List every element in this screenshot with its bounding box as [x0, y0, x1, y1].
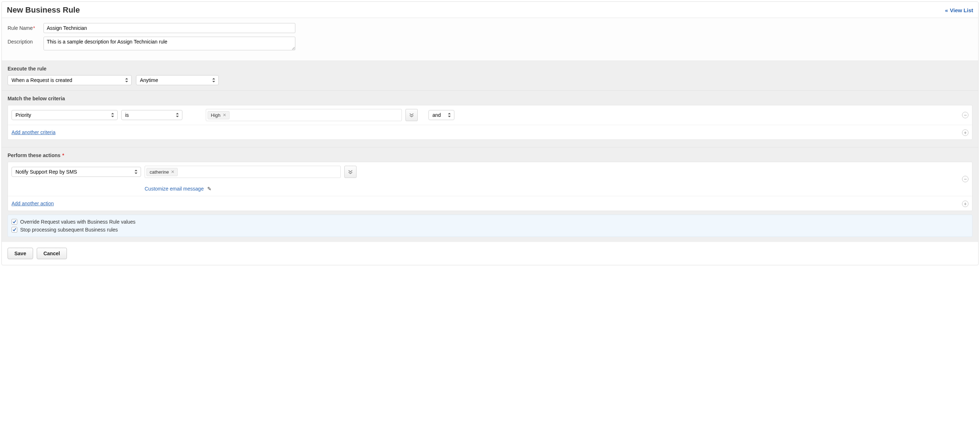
override-label: Override Request values with Business Ru…	[20, 219, 136, 225]
criteria-token: High ✕	[208, 111, 229, 119]
execute-time-select[interactable]: Anytime	[136, 75, 219, 85]
view-list-link[interactable]: « View List	[945, 7, 973, 13]
actions-title: Perform these actions *	[8, 152, 972, 158]
add-action-row: Add another action	[8, 196, 972, 211]
save-button[interactable]: Save	[8, 248, 33, 259]
remove-token-icon[interactable]: ✕	[171, 169, 175, 175]
rule-name-label: Rule Name*	[8, 23, 43, 31]
criteria-conjunction-select[interactable]: and	[428, 110, 454, 120]
criteria-field-select[interactable]: Priority	[11, 110, 118, 120]
remove-criteria-button[interactable]	[962, 112, 969, 118]
execute-title: Execute the rule	[8, 66, 972, 71]
add-criteria-row: Add another criteria	[8, 125, 972, 140]
description-textarea[interactable]	[43, 37, 295, 50]
override-checkbox[interactable]	[11, 219, 17, 225]
rule-name-input[interactable]	[43, 23, 295, 33]
add-action-link[interactable]: Add another action	[11, 201, 54, 206]
execute-section: Execute the rule When a Request is creat…	[2, 61, 978, 90]
stop-checkbox[interactable]	[11, 227, 17, 233]
criteria-block: Priority is High ✕	[8, 105, 972, 140]
page-title: New Business Rule	[7, 5, 80, 15]
add-criteria-link[interactable]: Add another criteria	[11, 129, 56, 135]
add-criteria-button[interactable]	[962, 129, 969, 136]
action-value-input[interactable]: catherine ✕	[145, 166, 341, 178]
expand-criteria-button[interactable]	[406, 109, 418, 121]
chevron-left-icon: «	[945, 7, 947, 13]
criteria-title: Match the below criteria	[8, 95, 972, 102]
rule-basic-section: Rule Name* Description	[2, 18, 978, 61]
customize-email-link[interactable]: Customize email message	[145, 186, 204, 192]
criteria-operator-select[interactable]: is	[121, 110, 182, 120]
stop-label: Stop processing subsequent Business rule…	[20, 227, 118, 233]
page-header: New Business Rule « View List	[2, 2, 978, 18]
options-block: Override Request values with Business Ru…	[8, 214, 972, 237]
criteria-value-input[interactable]: High ✕	[206, 109, 402, 121]
required-asterisk: *	[62, 152, 64, 158]
action-row: Notify Support Rep by SMS catherine ✕	[8, 162, 972, 196]
actions-block: Notify Support Rep by SMS catherine ✕	[8, 162, 972, 211]
execute-when-select[interactable]: When a Request is created	[8, 75, 132, 85]
view-list-label: View List	[950, 7, 973, 13]
action-token-label: catherine	[150, 169, 169, 175]
expand-action-button[interactable]	[344, 166, 356, 178]
criteria-row: Priority is High ✕	[8, 105, 972, 125]
actions-section: Perform these actions * Notify Support R…	[2, 148, 978, 242]
required-asterisk: *	[33, 25, 35, 31]
remove-action-button[interactable]	[962, 176, 969, 182]
description-label: Description	[8, 37, 43, 44]
action-type-select[interactable]: Notify Support Rep by SMS	[11, 167, 141, 177]
footer: Save Cancel	[2, 242, 978, 265]
pencil-icon: ✎	[207, 186, 212, 192]
cancel-button[interactable]: Cancel	[37, 248, 67, 259]
criteria-token-label: High	[211, 113, 221, 118]
add-action-button[interactable]	[962, 201, 969, 207]
criteria-section: Match the below criteria Priority is Hig…	[2, 90, 978, 148]
action-token: catherine ✕	[146, 168, 178, 176]
remove-token-icon[interactable]: ✕	[223, 113, 226, 117]
